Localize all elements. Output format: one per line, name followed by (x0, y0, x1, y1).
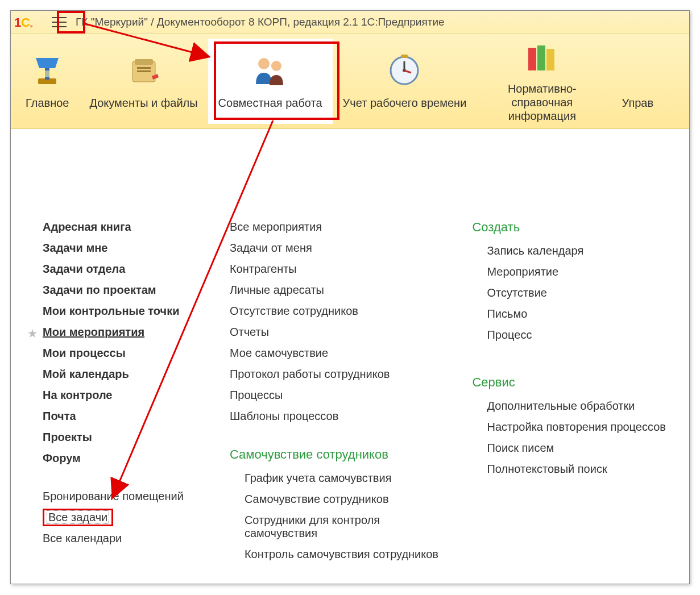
nav-timesheet[interactable]: Учет рабочего времени (333, 39, 477, 124)
svg-rect-17 (528, 48, 536, 70)
svg-rect-16 (401, 55, 408, 58)
logo-1c: 1C≡ (14, 14, 43, 30)
link-dept-tasks[interactable]: Задачи отдела (43, 259, 209, 280)
link-my-tasks[interactable]: Задачи мне (43, 238, 209, 259)
link-room-booking[interactable]: Бронирование помещений (43, 486, 209, 507)
link-my-wellbeing[interactable]: Мое самочувствие (230, 343, 452, 364)
link-create-event[interactable]: Мероприятие (472, 261, 672, 282)
group-header-service: Сервис (472, 372, 672, 396)
link-contractors[interactable]: Контрагенты (230, 259, 452, 280)
nav-reference-info[interactable]: Нормативно-справочная информация (477, 39, 607, 124)
link-wellbeing-controllers[interactable]: Сотрудники для контроля самочувствия (230, 510, 452, 544)
link-my-events[interactable]: ★ Мои мероприятия (43, 322, 209, 343)
svg-rect-18 (537, 45, 545, 70)
link-control-points[interactable]: Мои контрольные точки (43, 301, 209, 322)
nav-documents[interactable]: Документы и файлы (79, 39, 208, 124)
link-create-calendar-entry[interactable]: Запись календаря (472, 240, 672, 261)
link-personal-recipients[interactable]: Личные адресаты (230, 280, 452, 301)
link-my-calendar[interactable]: Мой календарь (43, 364, 209, 385)
window-title: ГК "Меркурий" / Документооборот 8 КОРП, … (76, 16, 445, 28)
svg-point-11 (271, 61, 281, 71)
link-forum[interactable]: Форум (43, 448, 209, 469)
link-reports[interactable]: Отчеты (230, 322, 452, 343)
titlebar: 1C≡ ГК "Меркурий" / Документооборот 8 КО… (11, 11, 689, 34)
nav-label: Совместная работа (218, 97, 322, 110)
svg-point-10 (258, 58, 270, 69)
link-label: Все задачи (47, 510, 109, 524)
svg-text:≡: ≡ (30, 24, 33, 29)
link-all-tasks[interactable]: Все задачи (43, 507, 209, 528)
link-all-events[interactable]: Все мероприятия (230, 217, 452, 238)
link-project-tasks[interactable]: Задачи по проектам (43, 280, 209, 301)
nav-label: Нормативно-справочная информация (487, 82, 597, 123)
nav-main[interactable]: Главное (15, 39, 79, 124)
nav-more[interactable]: Управ (607, 39, 657, 124)
link-work-protocol[interactable]: Протокол работы сотрудников (230, 364, 452, 385)
svg-point-5 (37, 70, 57, 77)
books-icon (522, 40, 562, 74)
nav-label: Учет рабочего времени (343, 97, 467, 110)
group-header-create: Создать (472, 217, 672, 240)
nav-column-3: Создать Запись календаря Мероприятие Отс… (472, 217, 672, 565)
link-employee-absence[interactable]: Отсутствие сотрудников (230, 301, 452, 322)
link-projects[interactable]: Проекты (43, 427, 209, 448)
link-create-absence[interactable]: Отсутствие (472, 282, 672, 303)
svg-rect-9 (137, 70, 151, 72)
people-icon (250, 52, 290, 89)
link-processes[interactable]: Процессы (230, 385, 452, 406)
link-label: Мои мероприятия (43, 326, 144, 338)
link-tasks-from-me[interactable]: Задачи от меня (230, 238, 452, 259)
svg-rect-8 (137, 67, 151, 69)
link-process-templates[interactable]: Шаблоны процессов (230, 406, 452, 427)
svg-text:C: C (21, 15, 30, 30)
nav-column-1: Адресная книга Задачи мне Задачи отдела … (43, 217, 209, 565)
star-icon: ★ (28, 327, 37, 340)
svg-rect-7 (135, 59, 153, 65)
link-wellbeing-control[interactable]: Контроль самочувствия сотрудников (230, 544, 452, 565)
section-navbar: Главное Документы и файлы Совместная раб… (11, 34, 689, 129)
link-create-letter[interactable]: Письмо (472, 303, 672, 324)
nav-label: Документы и файлы (89, 97, 197, 110)
link-fulltext-search[interactable]: Полнотекстовый поиск (472, 459, 672, 480)
link-address-book[interactable]: Адресная книга (43, 217, 209, 238)
nav-column-2: Все мероприятия Задачи от меня Контраген… (230, 217, 452, 565)
link-my-processes[interactable]: Мои процессы (43, 343, 209, 364)
link-mail[interactable]: Почта (43, 406, 209, 427)
svg-text:1: 1 (14, 15, 21, 30)
link-process-repeat-settings[interactable]: Настройка повторения процессов (472, 417, 672, 438)
link-employee-wellbeing[interactable]: Самочувствие сотрудников (230, 489, 452, 510)
svg-rect-19 (546, 49, 554, 70)
clock-icon (384, 52, 424, 89)
nav-collaboration[interactable]: Совместная работа (208, 39, 333, 124)
link-wellbeing-schedule[interactable]: График учета самочувствия (230, 468, 452, 489)
link-on-control[interactable]: На контроле (43, 385, 209, 406)
nav-label: Управ (622, 97, 654, 110)
more-icon (618, 52, 657, 89)
main-menu-button[interactable] (47, 13, 71, 32)
lamp-icon (27, 52, 67, 89)
link-search-mail[interactable]: Поиск писем (472, 438, 672, 459)
docs-icon (124, 52, 164, 89)
link-extra-processing[interactable]: Дополнительные обработки (472, 396, 672, 417)
link-all-calendars[interactable]: Все календари (43, 528, 209, 549)
link-create-process[interactable]: Процесс (472, 324, 672, 346)
group-header-wellbeing: Самочувствие сотрудников (230, 444, 452, 468)
nav-label: Главное (26, 97, 69, 110)
